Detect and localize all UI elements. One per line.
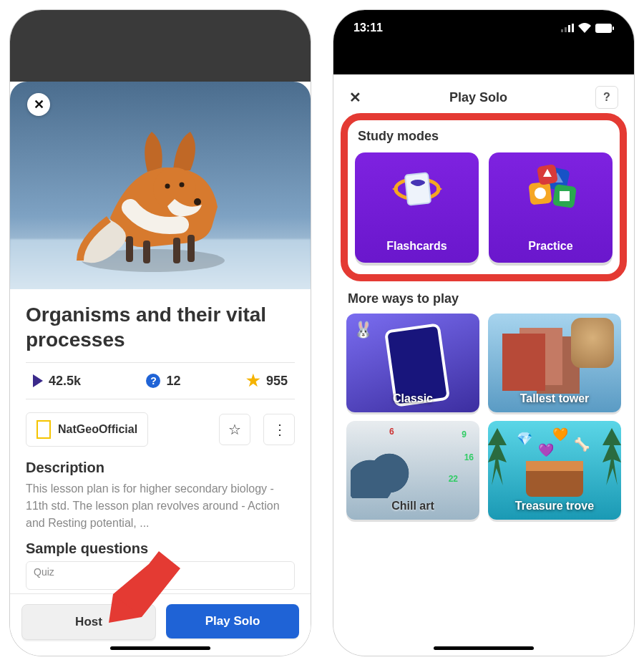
close-icon: ✕ (34, 97, 44, 112)
hex-icon: 16 (464, 452, 474, 462)
home-indicator (434, 646, 534, 650)
chest-icon (526, 461, 583, 497)
svg-rect-12 (565, 27, 567, 32)
cellular-icon (561, 24, 574, 32)
svg-rect-15 (595, 24, 612, 33)
monster-icon (571, 318, 614, 368)
status-icons (561, 23, 614, 33)
mode-label: Practice (528, 240, 572, 253)
svg-rect-5 (126, 236, 133, 262)
stat-favorites: ★ 955 (246, 373, 288, 389)
gem-icon: 💎 (517, 431, 532, 447)
description-heading: Description (26, 460, 295, 476)
fox-illustration (67, 110, 239, 282)
status-time: 13:11 (353, 21, 383, 34)
creator-link[interactable]: NatGeoOfficial (26, 412, 148, 447)
wave-icon (351, 448, 415, 498)
svg-rect-20 (404, 173, 430, 205)
game-grid: 🐰 Classic Tallest tower 9 16 22 6 Chill … (345, 314, 623, 520)
mode-flashcards[interactable]: Flashcards (355, 152, 479, 263)
svg-rect-25 (560, 191, 570, 201)
star-icon: ★ (246, 373, 260, 389)
creator-name: NatGeoOfficial (58, 423, 137, 436)
play-solo-sheet: ✕ Play Solo ? Study modes (333, 74, 634, 656)
question-icon: ? (146, 374, 160, 388)
home-indicator (110, 646, 210, 650)
description-text: This lesson plan is for higher secondary… (26, 480, 295, 532)
game-label: Classic (393, 392, 433, 405)
annotation-arrow-icon (109, 551, 180, 623)
wifi-icon (578, 23, 591, 33)
svg-rect-8 (187, 235, 195, 262)
creator-row: NatGeoOfficial ☆ ⋮ (26, 412, 295, 447)
mode-label: Flashcards (386, 240, 447, 253)
svg-rect-14 (572, 24, 574, 32)
game-label: Tallest tower (520, 392, 590, 405)
help-icon: ? (603, 91, 610, 104)
favorite-button[interactable]: ☆ (219, 414, 250, 445)
questions-value: 12 (166, 374, 180, 389)
close-button[interactable]: ✕ (349, 89, 361, 106)
bunny-icon: 🐰 (353, 321, 373, 339)
svg-point-2 (180, 183, 185, 188)
play-solo-label: Play Solo (205, 614, 260, 628)
flashcards-icon (392, 164, 442, 214)
stat-questions: ? 12 (146, 374, 180, 389)
gem-icon: 🦴 (574, 437, 590, 452)
help-button[interactable]: ? (595, 86, 618, 109)
kebab-icon: ⋮ (273, 421, 286, 438)
svg-rect-11 (561, 29, 563, 32)
phone-play-solo: 13:11 ✕ Play Solo ? Study modes (333, 10, 634, 656)
hex-icon: 6 (389, 427, 472, 437)
practice-icon (522, 164, 580, 214)
svg-point-4 (194, 198, 201, 205)
close-button[interactable]: ✕ (27, 93, 50, 116)
quiz-type-label: Quiz (34, 566, 54, 578)
natgeo-logo-icon (36, 420, 51, 439)
phone-lesson-detail: Organisms and their vital processes 42.5… (10, 10, 311, 656)
plays-value: 42.5k (49, 374, 81, 389)
hex-icon: 22 (449, 474, 458, 484)
more-ways-heading: More ways to play (348, 291, 620, 306)
study-modes-heading: Study modes (358, 129, 610, 144)
status-region: 13:11 (333, 10, 634, 74)
stats-row: 42.5k ? 12 ★ 955 (26, 362, 295, 399)
game-treasure-trove[interactable]: 💎 🧡 🦴 💜 Treasure trove (488, 421, 621, 520)
game-label: Chill art (391, 500, 434, 513)
lesson-title: Organisms and their vital processes (26, 302, 295, 352)
star-outline-icon: ☆ (228, 421, 241, 438)
game-chill-art[interactable]: 9 16 22 6 Chill art (346, 421, 479, 520)
host-label: Host (75, 615, 102, 629)
palm-icon (602, 428, 621, 485)
svg-point-3 (165, 184, 170, 189)
more-menu-button[interactable]: ⋮ (263, 414, 295, 445)
buildings-icon (502, 334, 545, 391)
play-icon (33, 374, 43, 387)
top-dark-region (10, 10, 311, 82)
svg-rect-7 (173, 238, 180, 263)
play-solo-button[interactable]: Play Solo (166, 604, 299, 639)
game-tallest-tower[interactable]: Tallest tower (488, 314, 621, 412)
svg-rect-13 (568, 25, 570, 32)
palm-icon (488, 428, 507, 485)
hero-image (10, 82, 311, 289)
mode-practice[interactable]: Practice (489, 152, 613, 263)
battery-icon (595, 24, 614, 33)
stat-plays: 42.5k (33, 374, 81, 389)
gem-icon: 🧡 (552, 427, 568, 442)
svg-rect-6 (143, 241, 150, 263)
study-modes-highlight: Study modes Flashcards (341, 113, 627, 281)
gem-icon: 💜 (538, 442, 554, 458)
game-label: Treasure trove (515, 500, 594, 513)
svg-point-27 (535, 188, 546, 199)
game-classic[interactable]: 🐰 Classic (346, 314, 479, 412)
svg-rect-16 (613, 26, 614, 30)
sheet-title: Play Solo (449, 90, 507, 105)
favorites-value: 955 (266, 374, 288, 389)
